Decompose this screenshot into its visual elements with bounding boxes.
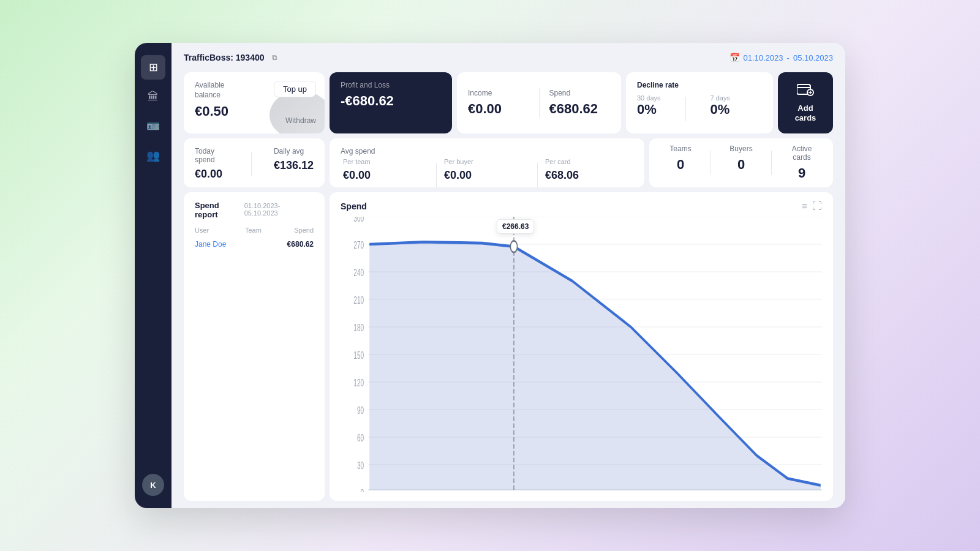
add-cards-label: Addcards — [795, 103, 816, 122]
svg-text:60: 60 — [357, 432, 364, 444]
sidebar: ⊞ 🏛 🪪 👥 K — [135, 43, 172, 508]
per-team-col: Per team €0.00 — [341, 158, 431, 182]
pnl-card: Profit and Loss -€680.62 — [330, 72, 452, 133]
spend-label: Spend — [549, 89, 611, 97]
decline-row: 30 days 0% 7 days 0% — [637, 94, 762, 121]
decline-30d: 30 days 0% — [637, 94, 661, 121]
table-row: Jane Doe €680.62 — [195, 238, 314, 251]
svg-text:150: 150 — [353, 350, 364, 361]
divider — [539, 88, 540, 118]
active-cards-value: 9 — [782, 165, 822, 181]
page-title: TrafficBoss: 193400 — [184, 53, 265, 62]
chart-header: Spend ≡ ⛶ — [341, 201, 822, 212]
avg-spend-card: Avg spend Per team €0.00 Per buyer €0.00 — [330, 138, 644, 187]
col-spend: Spend — [271, 227, 314, 238]
spend-report-date: 01.10.2023-05.10.2023 — [244, 202, 314, 217]
spend-table: User Team Spend Jane Doe €680.62 — [195, 227, 314, 251]
per-team-value: €0.00 — [343, 169, 429, 182]
today-spend-inner: Today spend €0.00 Daily avg €136.12 — [195, 147, 314, 181]
per-buyer-value: €0.00 — [444, 169, 530, 182]
dashboard-grid: Availablebalance €0.50 Top up Withdraw P… — [172, 67, 845, 508]
user-spend: €680.62 — [271, 238, 314, 251]
hamburger-icon[interactable]: ≡ — [802, 201, 807, 212]
pnl-label: Profit and Loss — [341, 81, 441, 89]
date-separator: - — [787, 53, 790, 62]
col-user: User — [195, 227, 245, 238]
decline-7d-value: 0% — [710, 102, 730, 118]
divider — [436, 163, 437, 187]
fullscreen-icon[interactable]: ⛶ — [812, 201, 822, 212]
sidebar-item-cards[interactable]: 🪪 — [141, 114, 165, 138]
date-start: 01.10.2023 — [744, 53, 783, 62]
svg-text:0: 0 — [361, 487, 364, 492]
chart-actions: ≡ ⛶ — [802, 201, 822, 212]
income-section: Income €0.00 — [468, 86, 529, 119]
teams-inner: Teams 0 Buyers 0 Activecards 9 — [660, 144, 822, 181]
divider2 — [771, 151, 772, 175]
income-value: €0.00 — [468, 101, 529, 117]
divider — [710, 151, 711, 175]
svg-text:300: 300 — [353, 217, 364, 223]
add-card-icon — [797, 83, 814, 100]
svg-text:210: 210 — [353, 294, 364, 306]
decline-rate-title: Decline rate — [637, 81, 762, 89]
active-cards-col: Activecards 9 — [782, 144, 822, 181]
buyers-label: Buyers — [721, 144, 761, 153]
user-name[interactable]: Jane Doe — [195, 238, 245, 251]
per-buyer-col: Per buyer €0.00 — [442, 158, 532, 182]
daily-avg-value: €136.12 — [274, 159, 314, 172]
svg-text:270: 270 — [353, 239, 364, 251]
decline-7d: 7 days 0% — [710, 94, 730, 121]
avatar[interactable]: K — [142, 474, 164, 496]
cards-icon: 🪪 — [146, 119, 160, 133]
per-team-label: Per team — [343, 158, 429, 165]
pnl-amount: -€680.62 — [341, 93, 441, 109]
sidebar-item-bank[interactable]: 🏛 — [141, 84, 165, 109]
date-range-picker[interactable]: 📅 01.10.2023 - 05.10.2023 — [729, 53, 834, 62]
bottom-row: Spend report 01.10.2023-05.10.2023 User … — [184, 192, 833, 501]
svg-text:90: 90 — [357, 405, 364, 416]
svg-point-28 — [510, 241, 517, 252]
svg-text:180: 180 — [353, 322, 364, 334]
spend-report-title: Spend report — [195, 201, 244, 219]
divider2 — [537, 163, 538, 187]
today-spend-col: Today spend €0.00 — [195, 147, 229, 181]
mid-row: Today spend €0.00 Daily avg €136.12 Avg … — [184, 138, 833, 187]
svg-text:240: 240 — [353, 267, 364, 279]
balance-card: Availablebalance €0.50 Top up Withdraw — [184, 72, 325, 133]
users-icon: 👥 — [146, 149, 160, 162]
daily-avg-col: Daily avg €136.12 — [274, 147, 314, 181]
spend-chart: 300 270 240 210 180 150 120 90 60 30 0 — [341, 217, 822, 492]
calendar-icon: 📅 — [729, 53, 740, 62]
divider — [251, 152, 252, 176]
sidebar-item-dashboard[interactable]: ⊞ — [141, 55, 165, 80]
copy-icon[interactable]: ⧉ — [272, 53, 277, 62]
decline-30d-label: 30 days — [637, 94, 661, 102]
income-spend-card: Income €0.00 Spend €680.62 — [457, 72, 621, 133]
per-buyer-label: Per buyer — [444, 158, 530, 165]
buyers-col: Buyers 0 — [721, 144, 761, 181]
header: TrafficBoss: 193400 ⧉ 📅 01.10.2023 - 05.… — [172, 43, 845, 67]
svg-text:30: 30 — [357, 460, 364, 471]
chart-container: 300 270 240 210 180 150 120 90 60 30 0 — [341, 217, 822, 492]
main-content: TrafficBoss: 193400 ⧉ 📅 01.10.2023 - 05.… — [172, 43, 845, 508]
teams-col: Teams 0 — [660, 144, 701, 181]
sidebar-item-users[interactable]: 👥 — [141, 143, 165, 168]
income-label: Income — [468, 89, 529, 97]
teams-card: Teams 0 Buyers 0 Activecards 9 — [649, 138, 833, 187]
buyers-value: 0 — [721, 157, 761, 173]
spend-value: €680.62 — [549, 101, 611, 117]
spend-section: Spend €680.62 — [549, 86, 611, 119]
today-spend-label: Today spend — [195, 147, 229, 164]
svg-text:120: 120 — [353, 377, 364, 389]
decline-7d-label: 7 days — [710, 94, 730, 102]
teams-label: Teams — [660, 144, 701, 153]
add-cards-button[interactable]: Addcards — [778, 72, 833, 133]
date-end: 05.10.2023 — [793, 53, 833, 62]
bank-icon: 🏛 — [148, 91, 159, 103]
today-spend-value: €0.00 — [195, 168, 229, 181]
chart-title: Spend — [341, 201, 367, 211]
top-up-button[interactable]: Top up — [274, 81, 316, 97]
top-row: Availablebalance €0.50 Top up Withdraw P… — [184, 72, 833, 133]
withdraw-button[interactable]: Withdraw — [285, 116, 316, 125]
